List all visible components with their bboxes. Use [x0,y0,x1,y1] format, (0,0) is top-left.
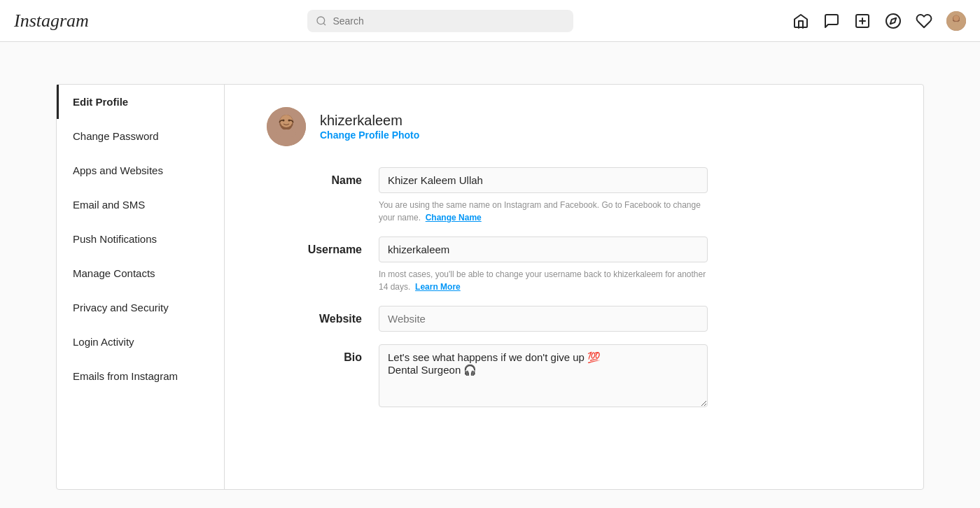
bio-field-row: Bio [267,344,881,410]
profile-avatar-image [267,107,306,146]
name-field-wrap: You are using the same name on Instagram… [379,167,708,224]
name-input[interactable] [379,167,708,193]
sidebar-item-email-sms[interactable]: Email and SMS [57,188,224,222]
search-container [307,10,573,32]
app-header: Instagram [0,0,980,42]
website-field-wrap [379,306,708,332]
sidebar-item-privacy-security[interactable]: Privacy and Security [57,290,224,325]
username-label: Username [267,237,379,256]
sidebar-item-emails-from-instagram[interactable]: Emails from Instagram [57,359,224,393]
avatar-image [946,11,966,31]
bio-field-wrap [379,344,708,410]
header-nav-icons [792,11,966,31]
messenger-icon[interactable] [823,13,840,29]
user-avatar[interactable] [946,11,966,31]
svg-point-0 [317,17,325,24]
svg-point-9 [953,15,959,21]
search-input[interactable] [332,15,565,27]
profile-info: khizerkaleem Change Profile Photo [320,113,419,141]
svg-point-5 [886,14,900,28]
profile-avatar[interactable] [267,107,306,146]
username-hint: In most cases, you'll be able to change … [379,268,708,293]
name-field-row: Name You are using the same name on Inst… [267,167,881,224]
website-label: Website [267,306,379,325]
name-hint: You are using the same name on Instagram… [379,199,708,224]
username-input[interactable] [379,237,708,262]
settings-sidebar: Edit Profile Change Password Apps and We… [57,85,225,489]
svg-rect-11 [958,20,960,21]
new-post-icon[interactable] [854,13,871,29]
sidebar-item-manage-contacts[interactable]: Manage Contacts [57,256,224,290]
change-profile-photo-link[interactable]: Change Profile Photo [320,129,419,141]
profile-header-section: khizerkaleem Change Profile Photo [267,107,881,146]
sidebar-item-change-password[interactable]: Change Password [57,119,224,153]
sidebar-item-apps-websites[interactable]: Apps and Websites [57,153,224,188]
search-icon [316,15,327,27]
profile-username: khizerkaleem [320,113,419,129]
bio-label: Bio [267,344,379,364]
bio-input[interactable] [379,344,708,407]
sidebar-item-push-notifications[interactable]: Push Notifications [57,222,224,256]
sidebar-item-edit-profile[interactable]: Edit Profile [57,85,224,119]
website-field-row: Website [267,306,881,332]
change-name-link[interactable]: Change Name [426,213,482,223]
sidebar-item-login-activity[interactable]: Login Activity [57,325,224,359]
username-field-wrap: In most cases, you'll be able to change … [379,237,708,293]
username-field-row: Username In most cases, you'll be able t… [267,237,881,293]
heart-icon[interactable] [916,13,932,29]
explore-icon[interactable] [885,13,902,29]
edit-profile-form: khizerkaleem Change Profile Photo Name Y… [225,85,923,489]
svg-line-1 [324,23,326,25]
name-label: Name [267,167,379,187]
search-box[interactable] [307,10,573,32]
svg-marker-6 [890,17,896,23]
svg-point-15 [280,115,293,127]
home-icon[interactable] [792,13,809,29]
settings-panel: Edit Profile Change Password Apps and We… [56,84,924,490]
learn-more-link[interactable]: Learn More [415,282,461,292]
instagram-logo[interactable]: Instagram [14,10,89,31]
website-input[interactable] [379,306,708,332]
svg-rect-10 [953,20,954,21]
